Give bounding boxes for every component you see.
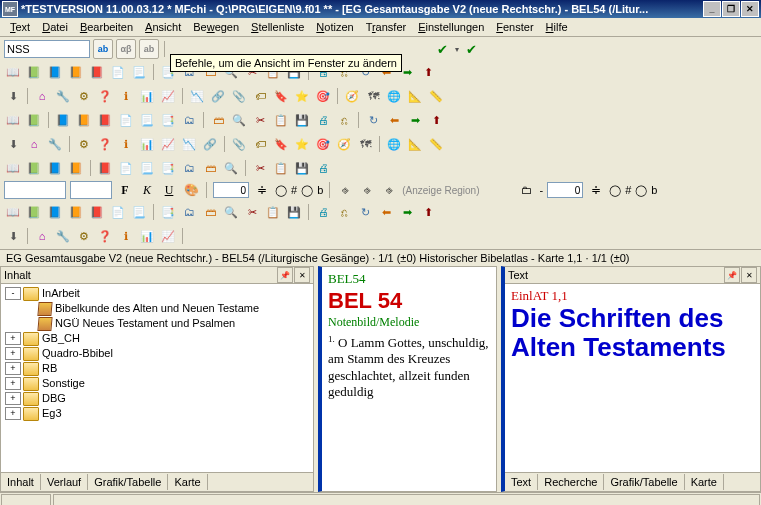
tree-row[interactable]: Bibelkunde des Alten und Neuen Testame xyxy=(3,301,311,316)
toolbar-icon[interactable]: 🖨 xyxy=(314,159,332,177)
toolbar-icon[interactable]: ℹ xyxy=(117,135,135,153)
toolbar-icon[interactable]: 📙 xyxy=(67,203,85,221)
toolbar-icon[interactable]: ⚙ xyxy=(75,135,93,153)
toolbar-icon[interactable]: ❓ xyxy=(96,135,114,153)
tree-row[interactable]: +DBG xyxy=(3,391,311,406)
tree-row[interactable]: -InArbeit xyxy=(3,286,311,301)
tree-view[interactable]: -InArbeitBibelkunde des Alten und Neuen … xyxy=(1,284,313,472)
toolbar-icon[interactable]: ➡ xyxy=(398,203,416,221)
toolbar-icon[interactable]: 🔍 xyxy=(230,111,248,129)
toolbar-icon[interactable]: ✂ xyxy=(251,159,269,177)
toolbar-icon[interactable]: 🖨 xyxy=(314,203,332,221)
toolbar-icon[interactable]: 🌐 xyxy=(385,87,403,105)
tree-row[interactable]: +Quadro-Bbibel xyxy=(3,346,311,361)
toolbar-icon[interactable]: 📑 xyxy=(159,203,177,221)
minimize-button[interactable]: _ xyxy=(703,1,721,17)
menu-einstellungen[interactable]: Einstellungen xyxy=(412,20,490,34)
menu-stellenliste[interactable]: Stellenliste xyxy=(245,20,310,34)
toolbar-icon[interactable]: 📎 xyxy=(230,87,248,105)
toolbar-icon[interactable]: 📈 xyxy=(159,135,177,153)
toolbar-icon[interactable]: 📕 xyxy=(96,159,114,177)
toolbar-icon[interactable]: 📖 xyxy=(4,63,22,81)
tab-text[interactable]: Text xyxy=(505,474,538,490)
toolbar-icon[interactable]: 📊 xyxy=(138,135,156,153)
toolbar-icon[interactable]: 📑 xyxy=(159,111,177,129)
toolbar-icon[interactable]: ⬆ xyxy=(419,63,437,81)
tab-karte[interactable]: Karte xyxy=(168,474,207,490)
toolbar-icon[interactable]: 🧭 xyxy=(343,87,361,105)
toolbar-icon[interactable]: 📉 xyxy=(188,87,206,105)
collapse-icon[interactable]: - xyxy=(5,287,21,300)
toolbar-icon[interactable]: 📋 xyxy=(264,203,282,221)
toolbar-icon[interactable]: 📐 xyxy=(406,135,424,153)
toolbar-icon[interactable]: 🗂 xyxy=(180,111,198,129)
menu-notizen[interactable]: Notizen xyxy=(310,20,359,34)
pane-close-button[interactable]: ✕ xyxy=(294,267,310,283)
toolbar-icon[interactable]: ✂ xyxy=(251,111,269,129)
tool-icon[interactable]: 🗀 xyxy=(518,181,536,199)
menu-hilfe[interactable]: Hilfe xyxy=(540,20,574,34)
toolbar-icon[interactable]: 🔧 xyxy=(54,227,72,245)
expand-icon[interactable]: + xyxy=(5,362,21,375)
toolbar-icon[interactable]: 📘 xyxy=(46,159,64,177)
toolbar-icon[interactable]: 🗂 xyxy=(180,203,198,221)
toolbar-icon[interactable]: 🔧 xyxy=(54,87,72,105)
toolbar-icon[interactable]: 🖨 xyxy=(314,111,332,129)
toolbar-icon[interactable]: 📗 xyxy=(25,111,43,129)
toolbar-icon[interactable]: 🧭 xyxy=(335,135,353,153)
toolbar-icon[interactable]: 🗂 xyxy=(180,159,198,177)
toolbar-icon[interactable]: 🗃 xyxy=(201,203,219,221)
dropdown-icon[interactable]: ▾ xyxy=(455,45,459,54)
toolbar-icon[interactable]: 🔗 xyxy=(201,135,219,153)
toolbar-icon[interactable]: ⬆ xyxy=(419,203,437,221)
toolbar-icon[interactable]: 📗 xyxy=(25,63,43,81)
toolbar-icon[interactable]: ↻ xyxy=(364,111,382,129)
tree-row[interactable]: +GB_CH xyxy=(3,331,311,346)
expand-icon[interactable]: + xyxy=(5,332,21,345)
font-size-select[interactable] xyxy=(70,181,112,199)
toolbar-icon[interactable]: 💾 xyxy=(293,111,311,129)
check-icon[interactable]: ✔ xyxy=(462,40,480,58)
toolbar-icon[interactable]: 🗃 xyxy=(201,159,219,177)
toolbar-icon[interactable]: 🔧 xyxy=(46,135,64,153)
toolbar-icon[interactable]: 🔖 xyxy=(272,135,290,153)
toolbar-icon[interactable]: ❓ xyxy=(96,87,114,105)
toolbar-icon[interactable]: ℹ xyxy=(117,227,135,245)
toolbar-icon[interactable]: 🏷 xyxy=(251,135,269,153)
toolbar-icon[interactable]: 📘 xyxy=(54,111,72,129)
toolbar-icon[interactable]: ❓ xyxy=(96,227,114,245)
toolbar-icon[interactable]: 📙 xyxy=(67,159,85,177)
bold-button[interactable]: F xyxy=(116,181,134,199)
toolbar-icon[interactable]: 🗃 xyxy=(209,111,227,129)
toolbar-icon[interactable]: 📗 xyxy=(25,159,43,177)
restore-button[interactable]: ❐ xyxy=(722,1,740,17)
toolbar-icon[interactable]: 📄 xyxy=(117,159,135,177)
toolbar-icon[interactable]: 📙 xyxy=(75,111,93,129)
toolbar-icon[interactable]: 🗺 xyxy=(364,87,382,105)
menu-text[interactable]: Text xyxy=(4,20,36,34)
toolbar-icon[interactable]: 🎯 xyxy=(314,87,332,105)
toolbar-icon[interactable]: ⬅ xyxy=(377,203,395,221)
toolbar-icon[interactable]: 📏 xyxy=(427,87,445,105)
toolbar-icon[interactable]: ⬇ xyxy=(4,87,22,105)
ab-gray-button[interactable]: ab xyxy=(139,39,159,59)
toolbar-icon[interactable]: 📃 xyxy=(138,159,156,177)
toolbar-icon[interactable]: ⬅ xyxy=(385,111,403,129)
toolbar-icon[interactable]: ⌂ xyxy=(33,227,51,245)
toolbar-icon[interactable]: ⎌ xyxy=(335,111,353,129)
color-button[interactable]: 🎨 xyxy=(182,181,200,199)
toolbar-icon[interactable]: 🔍 xyxy=(222,203,240,221)
toolbar-icon[interactable]: ✂ xyxy=(243,203,261,221)
underline-button[interactable]: U xyxy=(160,181,178,199)
tab-inhalt[interactable]: Inhalt xyxy=(1,474,41,490)
toolbar-icon[interactable]: ⭐ xyxy=(293,135,311,153)
toolbar-icon[interactable]: 🎯 xyxy=(314,135,332,153)
toolbar-icon[interactable]: 📖 xyxy=(4,159,22,177)
expand-icon[interactable]: + xyxy=(5,347,21,360)
toolbar-icon[interactable]: 📑 xyxy=(159,159,177,177)
tab-karte[interactable]: Karte xyxy=(685,474,724,490)
pane-close-button[interactable]: ✕ xyxy=(741,267,757,283)
stepper-icon[interactable]: ≑ xyxy=(587,181,605,199)
ab-button[interactable]: ab xyxy=(93,39,113,59)
toolbar-icon[interactable]: 🔗 xyxy=(209,87,227,105)
